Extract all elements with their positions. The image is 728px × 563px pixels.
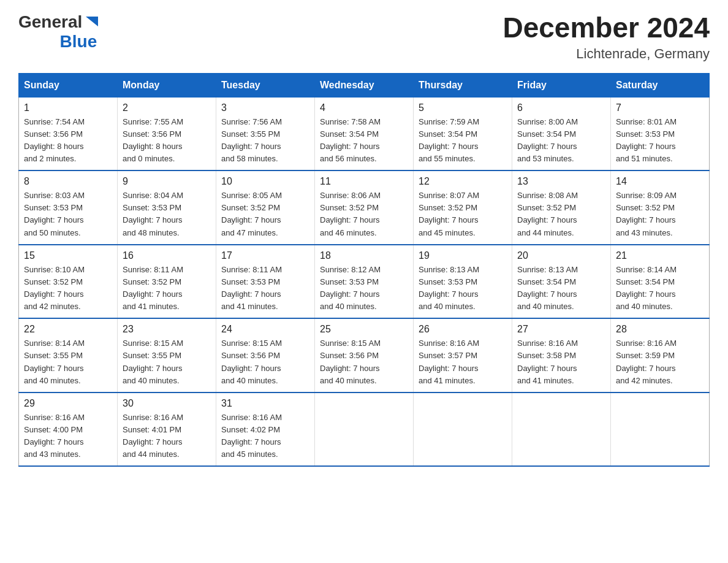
header-day-sunday: Sunday — [19, 73, 118, 97]
day-info: Sunrise: 8:16 AMSunset: 4:01 PMDaylight:… — [123, 412, 211, 461]
day-number: 16 — [123, 250, 211, 261]
day-number: 29 — [24, 398, 112, 409]
day-info: Sunrise: 8:11 AMSunset: 3:52 PMDaylight:… — [123, 264, 211, 313]
header-day-friday: Friday — [512, 73, 611, 97]
calendar-cell: 3 Sunrise: 7:56 AMSunset: 3:55 PMDayligh… — [216, 97, 315, 170]
calendar-cell: 13 Sunrise: 8:08 AMSunset: 3:52 PMDaylig… — [512, 170, 611, 245]
day-number: 9 — [123, 176, 211, 187]
day-info: Sunrise: 8:07 AMSunset: 3:52 PMDaylight:… — [419, 190, 507, 239]
calendar-cell — [611, 393, 710, 467]
day-info: Sunrise: 8:13 AMSunset: 3:54 PMDaylight:… — [517, 264, 605, 313]
day-info: Sunrise: 8:15 AMSunset: 3:56 PMDaylight:… — [221, 337, 309, 387]
day-number: 30 — [123, 398, 211, 409]
calendar-cell: 4 Sunrise: 7:58 AMSunset: 3:54 PMDayligh… — [315, 97, 414, 170]
calendar-cell: 29 Sunrise: 8:16 AMSunset: 4:00 PMDaylig… — [19, 393, 118, 467]
day-number: 18 — [320, 250, 408, 261]
calendar-cell — [315, 393, 414, 467]
calendar-cell: 26 Sunrise: 8:16 AMSunset: 3:57 PMDaylig… — [414, 318, 512, 393]
day-info: Sunrise: 7:58 AMSunset: 3:54 PMDaylight:… — [320, 116, 408, 166]
calendar-cell: 21 Sunrise: 8:14 AMSunset: 3:54 PMDaylig… — [611, 245, 710, 319]
day-number: 14 — [616, 176, 704, 187]
day-info: Sunrise: 7:54 AMSunset: 3:56 PMDaylight:… — [24, 116, 112, 166]
day-info: Sunrise: 8:13 AMSunset: 3:53 PMDaylight:… — [419, 264, 507, 313]
day-info: Sunrise: 7:56 AMSunset: 3:55 PMDaylight:… — [221, 116, 309, 166]
calendar-cell: 23 Sunrise: 8:15 AMSunset: 3:55 PMDaylig… — [118, 318, 216, 393]
header-day-thursday: Thursday — [414, 73, 512, 97]
day-info: Sunrise: 8:03 AMSunset: 3:53 PMDaylight:… — [24, 190, 112, 239]
calendar-cell: 31 Sunrise: 8:16 AMSunset: 4:02 PMDaylig… — [216, 393, 315, 467]
logo-blue-text: Blue — [60, 32, 97, 52]
calendar-cell: 8 Sunrise: 8:03 AMSunset: 3:53 PMDayligh… — [19, 170, 118, 245]
day-info: Sunrise: 8:15 AMSunset: 3:55 PMDaylight:… — [123, 337, 211, 387]
calendar-cell: 15 Sunrise: 8:10 AMSunset: 3:52 PMDaylig… — [19, 245, 118, 319]
day-number: 21 — [616, 250, 704, 261]
day-number: 27 — [517, 324, 605, 335]
day-info: Sunrise: 8:09 AMSunset: 3:52 PMDaylight:… — [616, 190, 704, 239]
day-number: 11 — [320, 176, 408, 187]
day-number: 17 — [221, 250, 309, 261]
day-number: 31 — [221, 398, 309, 409]
day-number: 24 — [221, 324, 309, 335]
calendar-cell: 1 Sunrise: 7:54 AMSunset: 3:56 PMDayligh… — [19, 97, 118, 170]
svg-marker-0 — [86, 17, 98, 26]
day-info: Sunrise: 8:11 AMSunset: 3:53 PMDaylight:… — [221, 264, 309, 313]
day-info: Sunrise: 8:08 AMSunset: 3:52 PMDaylight:… — [517, 190, 605, 239]
calendar-week-row: 29 Sunrise: 8:16 AMSunset: 4:00 PMDaylig… — [19, 393, 710, 467]
calendar-cell: 30 Sunrise: 8:16 AMSunset: 4:01 PMDaylig… — [118, 393, 216, 467]
day-number: 3 — [221, 102, 309, 113]
day-info: Sunrise: 8:14 AMSunset: 3:54 PMDaylight:… — [616, 264, 704, 313]
day-number: 2 — [123, 102, 211, 113]
day-number: 7 — [616, 102, 704, 113]
day-number: 4 — [320, 102, 408, 113]
day-info: Sunrise: 8:06 AMSunset: 3:52 PMDaylight:… — [320, 190, 408, 239]
day-number: 1 — [24, 102, 112, 113]
day-number: 13 — [517, 176, 605, 187]
day-info: Sunrise: 8:14 AMSunset: 3:55 PMDaylight:… — [24, 337, 112, 387]
header-day-monday: Monday — [118, 73, 216, 97]
calendar-cell: 5 Sunrise: 7:59 AMSunset: 3:54 PMDayligh… — [414, 97, 512, 170]
day-number: 25 — [320, 324, 408, 335]
title-section: December 2024 Lichtenrade, Germany — [502, 12, 710, 62]
calendar-cell: 22 Sunrise: 8:14 AMSunset: 3:55 PMDaylig… — [19, 318, 118, 393]
day-number: 6 — [517, 102, 605, 113]
calendar-cell: 14 Sunrise: 8:09 AMSunset: 3:52 PMDaylig… — [611, 170, 710, 245]
calendar-week-row: 22 Sunrise: 8:14 AMSunset: 3:55 PMDaylig… — [19, 318, 710, 393]
day-info: Sunrise: 8:04 AMSunset: 3:53 PMDaylight:… — [123, 190, 211, 239]
day-info: Sunrise: 8:16 AMSunset: 3:59 PMDaylight:… — [616, 337, 704, 387]
day-number: 8 — [24, 176, 112, 187]
calendar-cell: 24 Sunrise: 8:15 AMSunset: 3:56 PMDaylig… — [216, 318, 315, 393]
day-info: Sunrise: 8:16 AMSunset: 3:58 PMDaylight:… — [517, 337, 605, 387]
header-day-tuesday: Tuesday — [216, 73, 315, 97]
calendar-cell: 18 Sunrise: 8:12 AMSunset: 3:53 PMDaylig… — [315, 245, 414, 319]
calendar-cell: 27 Sunrise: 8:16 AMSunset: 3:58 PMDaylig… — [512, 318, 611, 393]
page-header: General Blue December 2024 Lichtenrade, … — [18, 12, 710, 62]
day-number: 23 — [123, 324, 211, 335]
day-info: Sunrise: 8:10 AMSunset: 3:52 PMDaylight:… — [24, 264, 112, 313]
day-info: Sunrise: 8:16 AMSunset: 4:02 PMDaylight:… — [221, 412, 309, 461]
logo: General Blue — [18, 12, 100, 52]
calendar-cell: 16 Sunrise: 8:11 AMSunset: 3:52 PMDaylig… — [118, 245, 216, 319]
day-info: Sunrise: 8:00 AMSunset: 3:54 PMDaylight:… — [517, 116, 605, 166]
day-info: Sunrise: 7:55 AMSunset: 3:56 PMDaylight:… — [123, 116, 211, 166]
calendar-cell: 2 Sunrise: 7:55 AMSunset: 3:56 PMDayligh… — [118, 97, 216, 170]
header-day-saturday: Saturday — [611, 73, 710, 97]
day-number: 19 — [419, 250, 507, 261]
header-day-wednesday: Wednesday — [315, 73, 414, 97]
day-number: 15 — [24, 250, 112, 261]
calendar-cell: 20 Sunrise: 8:13 AMSunset: 3:54 PMDaylig… — [512, 245, 611, 319]
day-info: Sunrise: 8:05 AMSunset: 3:52 PMDaylight:… — [221, 190, 309, 239]
calendar-cell: 11 Sunrise: 8:06 AMSunset: 3:52 PMDaylig… — [315, 170, 414, 245]
month-year-title: December 2024 — [502, 12, 710, 44]
calendar-body: 1 Sunrise: 7:54 AMSunset: 3:56 PMDayligh… — [19, 97, 710, 466]
calendar-cell: 10 Sunrise: 8:05 AMSunset: 3:52 PMDaylig… — [216, 170, 315, 245]
calendar-week-row: 15 Sunrise: 8:10 AMSunset: 3:52 PMDaylig… — [19, 245, 710, 319]
calendar-cell: 25 Sunrise: 8:15 AMSunset: 3:56 PMDaylig… — [315, 318, 414, 393]
logo-arrow-icon — [83, 14, 100, 31]
calendar-cell — [512, 393, 611, 467]
calendar-cell: 9 Sunrise: 8:04 AMSunset: 3:53 PMDayligh… — [118, 170, 216, 245]
day-number: 20 — [517, 250, 605, 261]
day-info: Sunrise: 8:01 AMSunset: 3:53 PMDaylight:… — [616, 116, 704, 166]
day-info: Sunrise: 8:15 AMSunset: 3:56 PMDaylight:… — [320, 337, 408, 387]
day-number: 12 — [419, 176, 507, 187]
day-number: 26 — [419, 324, 507, 335]
